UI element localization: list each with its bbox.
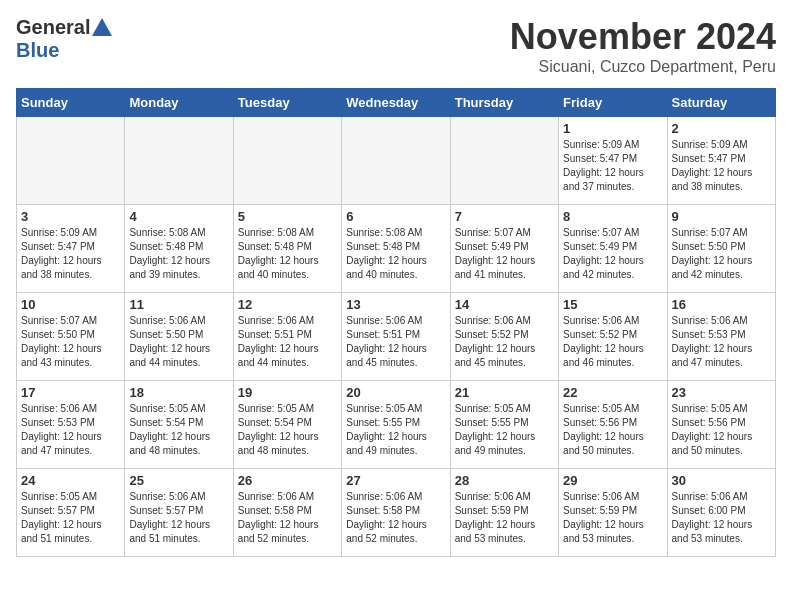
day-number: 28 (455, 473, 554, 488)
day-info: Sunrise: 5:06 AM Sunset: 5:58 PM Dayligh… (238, 490, 337, 546)
calendar-week-row: 17Sunrise: 5:06 AM Sunset: 5:53 PM Dayli… (17, 381, 776, 469)
day-number: 10 (21, 297, 120, 312)
calendar: SundayMondayTuesdayWednesdayThursdayFrid… (16, 88, 776, 557)
day-info: Sunrise: 5:09 AM Sunset: 5:47 PM Dayligh… (563, 138, 662, 194)
weekday-header-thursday: Thursday (450, 89, 558, 117)
weekday-header-sunday: Sunday (17, 89, 125, 117)
calendar-cell: 5Sunrise: 5:08 AM Sunset: 5:48 PM Daylig… (233, 205, 341, 293)
logo-triangle-icon (92, 18, 112, 36)
day-number: 22 (563, 385, 662, 400)
day-number: 15 (563, 297, 662, 312)
day-number: 16 (672, 297, 771, 312)
day-number: 24 (21, 473, 120, 488)
day-info: Sunrise: 5:06 AM Sunset: 5:52 PM Dayligh… (455, 314, 554, 370)
calendar-cell: 26Sunrise: 5:06 AM Sunset: 5:58 PM Dayli… (233, 469, 341, 557)
day-number: 9 (672, 209, 771, 224)
day-info: Sunrise: 5:08 AM Sunset: 5:48 PM Dayligh… (346, 226, 445, 282)
calendar-cell: 30Sunrise: 5:06 AM Sunset: 6:00 PM Dayli… (667, 469, 775, 557)
calendar-week-row: 10Sunrise: 5:07 AM Sunset: 5:50 PM Dayli… (17, 293, 776, 381)
calendar-cell: 8Sunrise: 5:07 AM Sunset: 5:49 PM Daylig… (559, 205, 667, 293)
calendar-week-row: 1Sunrise: 5:09 AM Sunset: 5:47 PM Daylig… (17, 117, 776, 205)
calendar-week-row: 3Sunrise: 5:09 AM Sunset: 5:47 PM Daylig… (17, 205, 776, 293)
day-info: Sunrise: 5:09 AM Sunset: 5:47 PM Dayligh… (21, 226, 120, 282)
day-info: Sunrise: 5:05 AM Sunset: 5:54 PM Dayligh… (129, 402, 228, 458)
calendar-cell: 17Sunrise: 5:06 AM Sunset: 5:53 PM Dayli… (17, 381, 125, 469)
calendar-cell (342, 117, 450, 205)
calendar-cell: 11Sunrise: 5:06 AM Sunset: 5:50 PM Dayli… (125, 293, 233, 381)
day-info: Sunrise: 5:06 AM Sunset: 5:59 PM Dayligh… (455, 490, 554, 546)
day-number: 27 (346, 473, 445, 488)
day-info: Sunrise: 5:07 AM Sunset: 5:49 PM Dayligh… (563, 226, 662, 282)
calendar-cell: 16Sunrise: 5:06 AM Sunset: 5:53 PM Dayli… (667, 293, 775, 381)
day-number: 7 (455, 209, 554, 224)
day-info: Sunrise: 5:05 AM Sunset: 5:55 PM Dayligh… (346, 402, 445, 458)
day-info: Sunrise: 5:06 AM Sunset: 5:58 PM Dayligh… (346, 490, 445, 546)
day-info: Sunrise: 5:06 AM Sunset: 5:53 PM Dayligh… (21, 402, 120, 458)
calendar-cell: 22Sunrise: 5:05 AM Sunset: 5:56 PM Dayli… (559, 381, 667, 469)
day-number: 1 (563, 121, 662, 136)
day-info: Sunrise: 5:08 AM Sunset: 5:48 PM Dayligh… (129, 226, 228, 282)
calendar-cell: 14Sunrise: 5:06 AM Sunset: 5:52 PM Dayli… (450, 293, 558, 381)
day-info: Sunrise: 5:06 AM Sunset: 5:53 PM Dayligh… (672, 314, 771, 370)
day-info: Sunrise: 5:06 AM Sunset: 6:00 PM Dayligh… (672, 490, 771, 546)
day-info: Sunrise: 5:05 AM Sunset: 5:55 PM Dayligh… (455, 402, 554, 458)
day-number: 8 (563, 209, 662, 224)
day-number: 20 (346, 385, 445, 400)
calendar-week-row: 24Sunrise: 5:05 AM Sunset: 5:57 PM Dayli… (17, 469, 776, 557)
calendar-cell (125, 117, 233, 205)
day-number: 13 (346, 297, 445, 312)
calendar-cell: 21Sunrise: 5:05 AM Sunset: 5:55 PM Dayli… (450, 381, 558, 469)
day-number: 2 (672, 121, 771, 136)
title-section: November 2024 Sicuani, Cuzco Department,… (510, 16, 776, 76)
day-info: Sunrise: 5:06 AM Sunset: 5:50 PM Dayligh… (129, 314, 228, 370)
calendar-cell: 19Sunrise: 5:05 AM Sunset: 5:54 PM Dayli… (233, 381, 341, 469)
day-number: 30 (672, 473, 771, 488)
logo-blue: Blue (16, 39, 59, 62)
day-number: 21 (455, 385, 554, 400)
day-info: Sunrise: 5:06 AM Sunset: 5:57 PM Dayligh… (129, 490, 228, 546)
month-title: November 2024 (510, 16, 776, 58)
calendar-cell: 25Sunrise: 5:06 AM Sunset: 5:57 PM Dayli… (125, 469, 233, 557)
calendar-cell: 2Sunrise: 5:09 AM Sunset: 5:47 PM Daylig… (667, 117, 775, 205)
day-number: 5 (238, 209, 337, 224)
day-info: Sunrise: 5:07 AM Sunset: 5:50 PM Dayligh… (672, 226, 771, 282)
day-info: Sunrise: 5:05 AM Sunset: 5:54 PM Dayligh… (238, 402, 337, 458)
calendar-cell: 27Sunrise: 5:06 AM Sunset: 5:58 PM Dayli… (342, 469, 450, 557)
weekday-header-tuesday: Tuesday (233, 89, 341, 117)
calendar-cell: 20Sunrise: 5:05 AM Sunset: 5:55 PM Dayli… (342, 381, 450, 469)
day-info: Sunrise: 5:07 AM Sunset: 5:49 PM Dayligh… (455, 226, 554, 282)
calendar-cell: 28Sunrise: 5:06 AM Sunset: 5:59 PM Dayli… (450, 469, 558, 557)
logo: General Blue (16, 16, 112, 62)
day-number: 12 (238, 297, 337, 312)
day-info: Sunrise: 5:06 AM Sunset: 5:59 PM Dayligh… (563, 490, 662, 546)
calendar-cell: 3Sunrise: 5:09 AM Sunset: 5:47 PM Daylig… (17, 205, 125, 293)
day-number: 3 (21, 209, 120, 224)
header: General Blue November 2024 Sicuani, Cuzc… (16, 16, 776, 76)
day-number: 18 (129, 385, 228, 400)
calendar-cell (233, 117, 341, 205)
day-number: 26 (238, 473, 337, 488)
calendar-cell: 4Sunrise: 5:08 AM Sunset: 5:48 PM Daylig… (125, 205, 233, 293)
subtitle: Sicuani, Cuzco Department, Peru (510, 58, 776, 76)
calendar-cell: 15Sunrise: 5:06 AM Sunset: 5:52 PM Dayli… (559, 293, 667, 381)
day-number: 6 (346, 209, 445, 224)
calendar-cell: 1Sunrise: 5:09 AM Sunset: 5:47 PM Daylig… (559, 117, 667, 205)
weekday-header-saturday: Saturday (667, 89, 775, 117)
calendar-cell (450, 117, 558, 205)
logo-general: General (16, 16, 90, 39)
calendar-cell (17, 117, 125, 205)
weekday-header-monday: Monday (125, 89, 233, 117)
day-number: 4 (129, 209, 228, 224)
calendar-cell: 29Sunrise: 5:06 AM Sunset: 5:59 PM Dayli… (559, 469, 667, 557)
calendar-cell: 9Sunrise: 5:07 AM Sunset: 5:50 PM Daylig… (667, 205, 775, 293)
day-info: Sunrise: 5:05 AM Sunset: 5:56 PM Dayligh… (563, 402, 662, 458)
day-number: 19 (238, 385, 337, 400)
day-info: Sunrise: 5:08 AM Sunset: 5:48 PM Dayligh… (238, 226, 337, 282)
day-info: Sunrise: 5:05 AM Sunset: 5:57 PM Dayligh… (21, 490, 120, 546)
day-number: 17 (21, 385, 120, 400)
day-info: Sunrise: 5:05 AM Sunset: 5:56 PM Dayligh… (672, 402, 771, 458)
day-info: Sunrise: 5:06 AM Sunset: 5:51 PM Dayligh… (346, 314, 445, 370)
calendar-cell: 12Sunrise: 5:06 AM Sunset: 5:51 PM Dayli… (233, 293, 341, 381)
calendar-cell: 10Sunrise: 5:07 AM Sunset: 5:50 PM Dayli… (17, 293, 125, 381)
day-info: Sunrise: 5:06 AM Sunset: 5:51 PM Dayligh… (238, 314, 337, 370)
